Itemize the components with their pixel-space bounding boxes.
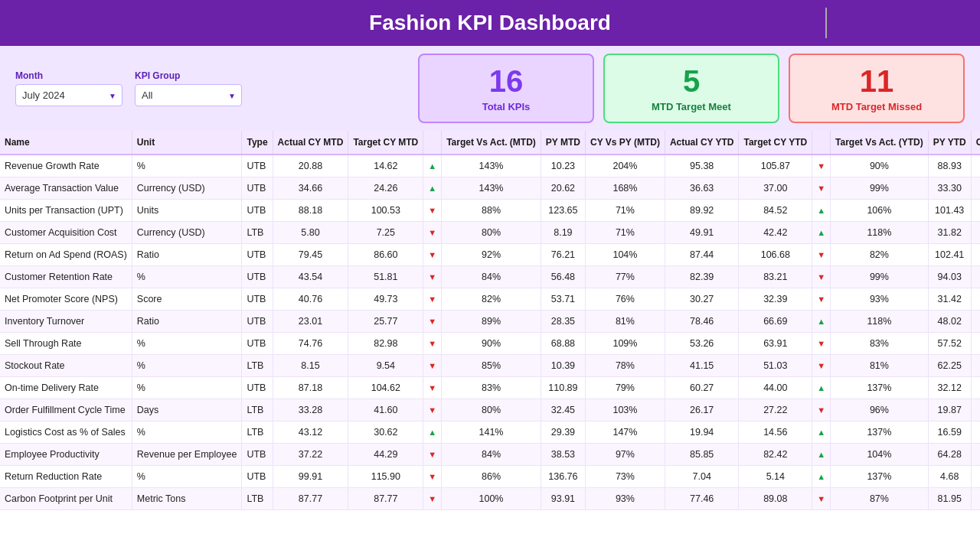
cell-arrow-mtd: ▼ <box>423 200 442 222</box>
meet-kpi-card: 5 MTD Target Meet <box>603 54 779 123</box>
cell-name: On-time Delivery Rate <box>0 377 132 399</box>
cell-arrow-mtd: ▼ <box>423 244 442 266</box>
cell-target-vs-act-mtd: 84% <box>442 266 541 288</box>
cell-actual-cy-mtd: 99.91 <box>273 466 348 488</box>
cell-arrow-ytd: ▲ <box>812 377 831 399</box>
cell-name: Logistics Cost as % of Sales <box>0 421 132 444</box>
cell-py-mtd: 10.23 <box>541 155 585 177</box>
cell-py-ytd: 31.82 <box>928 222 971 244</box>
cell-unit: Days <box>132 399 242 421</box>
cell-cy-vs-py-ytd: 110% <box>971 177 980 200</box>
table-row: Revenue Growth Rate % UTB 20.88 14.62 ▲ … <box>0 155 980 177</box>
cell-py-mtd: 123.65 <box>541 200 585 222</box>
cell-target-cy-mtd: 104.62 <box>348 377 423 399</box>
cell-target-vs-act-ytd: 106% <box>831 200 929 222</box>
cell-py-ytd: 19.87 <box>928 399 971 421</box>
cell-unit: Currency (USD) <box>132 222 242 244</box>
cell-py-ytd: 102.41 <box>928 244 971 266</box>
cell-cy-vs-py-ytd: 163% <box>971 311 980 333</box>
cell-name: Customer Acquisition Cost <box>0 222 132 244</box>
cell-actual-cy-mtd: 43.54 <box>273 266 348 288</box>
kpi-group-label: KPI Group <box>135 70 242 81</box>
cell-arrow-ytd: ▼ <box>812 333 831 355</box>
arrow-up-icon: ▲ <box>428 184 436 193</box>
cell-unit: % <box>132 155 242 177</box>
cell-py-ytd: 64.28 <box>928 444 971 466</box>
col-py-mtd: PY MTD <box>541 131 585 155</box>
cell-target-cy-mtd: 41.60 <box>348 399 423 421</box>
kpi-group-select-wrapper[interactable]: All <box>135 84 242 106</box>
col-type: Type <box>242 131 273 155</box>
cell-target-cy-mtd: 115.90 <box>348 466 423 488</box>
cell-arrow-mtd: ▼ <box>423 266 442 288</box>
cell-cy-vs-py-ytd: 93% <box>971 333 980 355</box>
table-row: Logistics Cost as % of Sales % LTB 43.12… <box>0 421 980 444</box>
cell-actual-cy-mtd: 40.76 <box>273 288 348 311</box>
arrow-up-icon: ▲ <box>817 472 825 481</box>
arrow-down-icon: ▼ <box>817 161 825 171</box>
cell-target-cy-mtd: 49.73 <box>348 288 423 311</box>
cell-cy-vs-py-mtd: 73% <box>585 466 665 488</box>
table-row: Return Reduction Rate % UTB 99.91 115.90… <box>0 466 980 488</box>
cell-arrow-ytd: ▲ <box>812 222 831 244</box>
cell-type: LTB <box>242 355 273 377</box>
cell-target-cy-mtd: 9.54 <box>348 355 423 377</box>
cell-target-vs-act-mtd: 85% <box>442 355 541 377</box>
cell-arrow-ytd: ▼ <box>812 399 831 421</box>
cell-arrow-mtd: ▼ <box>423 222 442 244</box>
cell-cy-vs-py-ytd: 157% <box>971 222 980 244</box>
cell-cy-vs-py-ytd: 120% <box>971 421 980 444</box>
cell-actual-cy-mtd: 43.12 <box>273 421 348 444</box>
cell-name: Employee Productivity <box>0 444 132 466</box>
cell-arrow-ytd: ▼ <box>812 288 831 311</box>
arrow-up-icon: ▲ <box>817 428 825 437</box>
cell-target-vs-act-ytd: 93% <box>831 288 929 311</box>
cell-py-mtd: 38.53 <box>541 444 585 466</box>
cell-cy-vs-py-mtd: 81% <box>585 311 665 333</box>
cell-py-mtd: 20.62 <box>541 177 585 200</box>
table-row: Customer Retention Rate % UTB 43.54 51.8… <box>0 266 980 288</box>
cell-target-vs-act-ytd: 137% <box>831 466 929 488</box>
arrow-up-icon: ▲ <box>428 161 436 171</box>
cell-py-ytd: 57.52 <box>928 333 971 355</box>
cell-target-vs-act-mtd: 80% <box>442 399 541 421</box>
col-arrow-mtd <box>423 131 442 155</box>
cell-target-cy-ytd: 84.52 <box>739 200 812 222</box>
cell-actual-cy-ytd: 30.27 <box>665 288 739 311</box>
cell-unit: % <box>132 266 242 288</box>
page-title: Fashion KPI Dashboard <box>369 11 611 34</box>
cell-cy-vs-py-mtd: 168% <box>585 177 665 200</box>
arrow-up-icon: ▲ <box>817 383 825 392</box>
cell-actual-cy-ytd: 36.63 <box>665 177 739 200</box>
cell-target-cy-mtd: 51.81 <box>348 266 423 288</box>
cell-type: LTB <box>242 488 273 510</box>
cell-cy-vs-py-ytd: 95% <box>971 488 980 510</box>
cell-target-vs-act-ytd: 87% <box>831 488 929 510</box>
cell-py-mtd: 93.91 <box>541 488 585 510</box>
arrow-up-icon: ▲ <box>817 206 825 215</box>
cell-target-cy-ytd: 27.22 <box>739 399 812 421</box>
cell-target-vs-act-ytd: 104% <box>831 444 929 466</box>
cell-py-mtd: 10.39 <box>541 355 585 377</box>
cell-py-ytd: 62.25 <box>928 355 971 377</box>
month-select[interactable]: July 2024 <box>15 84 122 106</box>
kpi-group-select[interactable]: All <box>135 84 242 106</box>
cell-py-mtd: 28.35 <box>541 311 585 333</box>
cell-unit: % <box>132 377 242 399</box>
cell-target-vs-act-mtd: 141% <box>442 421 541 444</box>
cell-cy-vs-py-mtd: 97% <box>585 444 665 466</box>
cell-name: Net Promoter Score (NPS) <box>0 288 132 311</box>
cell-actual-cy-mtd: 33.28 <box>273 399 348 421</box>
cell-py-mtd: 8.19 <box>541 222 585 244</box>
cell-target-vs-act-mtd: 100% <box>442 488 541 510</box>
cell-actual-cy-ytd: 53.26 <box>665 333 739 355</box>
cell-target-vs-act-ytd: 99% <box>831 266 929 288</box>
arrow-down-icon: ▼ <box>428 250 436 259</box>
cell-py-mtd: 136.76 <box>541 466 585 488</box>
cell-unit: % <box>132 421 242 444</box>
cell-name: Units per Transaction (UPT) <box>0 200 132 222</box>
arrow-up-icon: ▲ <box>817 317 825 326</box>
month-select-wrapper[interactable]: July 2024 <box>15 84 122 106</box>
cell-unit: % <box>132 466 242 488</box>
cell-target-vs-act-mtd: 92% <box>442 244 541 266</box>
